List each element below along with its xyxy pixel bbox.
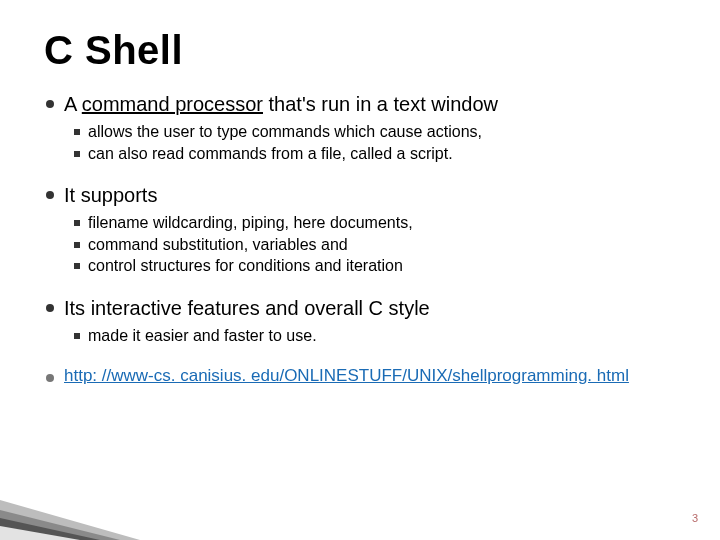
bullet-dot-icon (46, 191, 54, 199)
bullet-3-prefix: Its interactive features and overall C s… (64, 297, 430, 319)
svg-marker-0 (0, 500, 140, 540)
bullet-2-text-row: It supports (46, 182, 676, 208)
slide: C Shell A command processor that's run i… (0, 0, 720, 540)
square-bullet-icon (74, 129, 80, 135)
reference-link[interactable]: http: //www-cs. canisius. edu/ONLINESTUF… (64, 365, 629, 387)
bullet-2-prefix: It supports (64, 184, 157, 206)
bullet-dot-icon (46, 100, 54, 108)
sub-bullet: can also read commands from a file, call… (74, 143, 676, 165)
bullet-link-row: http: //www-cs. canisius. edu/ONLINESTUF… (46, 365, 676, 387)
bullet-2-sublist: filename wildcarding, piping, here docum… (74, 212, 676, 277)
sub-bullet-text: allows the user to type commands which c… (88, 121, 482, 143)
bullet-2-text: It supports (64, 182, 157, 208)
bullet-2: It supports filename wildcarding, piping… (46, 182, 676, 277)
bullet-1: A command processor that's run in a text… (46, 91, 676, 164)
bullet-1-text-row: A command processor that's run in a text… (46, 91, 676, 117)
sub-bullet-text: control structures for conditions and it… (88, 255, 403, 277)
square-bullet-icon (74, 151, 80, 157)
corner-decoration (0, 460, 140, 540)
sub-bullet-text: can also read commands from a file, call… (88, 143, 453, 165)
bullet-link: http: //www-cs. canisius. edu/ONLINESTUF… (46, 365, 676, 387)
svg-marker-3 (0, 526, 80, 540)
sub-bullet: control structures for conditions and it… (74, 255, 676, 277)
bullet-1-text: A command processor that's run in a text… (64, 91, 498, 117)
sub-bullet: command substitution, variables and (74, 234, 676, 256)
bullet-dot-icon (46, 304, 54, 312)
sub-bullet: made it easier and faster to use. (74, 325, 676, 347)
page-number: 3 (692, 512, 698, 524)
bullet-1-prefix: A (64, 93, 82, 115)
svg-marker-1 (0, 510, 120, 540)
slide-content: A command processor that's run in a text… (44, 91, 676, 387)
bullet-1-underlined: command processor (82, 93, 263, 115)
bullet-dot-icon (46, 374, 54, 382)
bullet-1-sublist: allows the user to type commands which c… (74, 121, 676, 164)
sub-bullet-text: filename wildcarding, piping, here docum… (88, 212, 413, 234)
bullet-1-suffix: that's run in a text window (263, 93, 498, 115)
bullet-3-sublist: made it easier and faster to use. (74, 325, 676, 347)
sub-bullet-text: command substitution, variables and (88, 234, 348, 256)
square-bullet-icon (74, 333, 80, 339)
bullet-3-text-row: Its interactive features and overall C s… (46, 295, 676, 321)
sub-bullet: filename wildcarding, piping, here docum… (74, 212, 676, 234)
square-bullet-icon (74, 263, 80, 269)
bullet-3: Its interactive features and overall C s… (46, 295, 676, 347)
bullet-3-text: Its interactive features and overall C s… (64, 295, 430, 321)
slide-title: C Shell (44, 28, 676, 73)
square-bullet-icon (74, 220, 80, 226)
svg-marker-2 (0, 518, 100, 540)
sub-bullet-text: made it easier and faster to use. (88, 325, 317, 347)
sub-bullet: allows the user to type commands which c… (74, 121, 676, 143)
square-bullet-icon (74, 242, 80, 248)
